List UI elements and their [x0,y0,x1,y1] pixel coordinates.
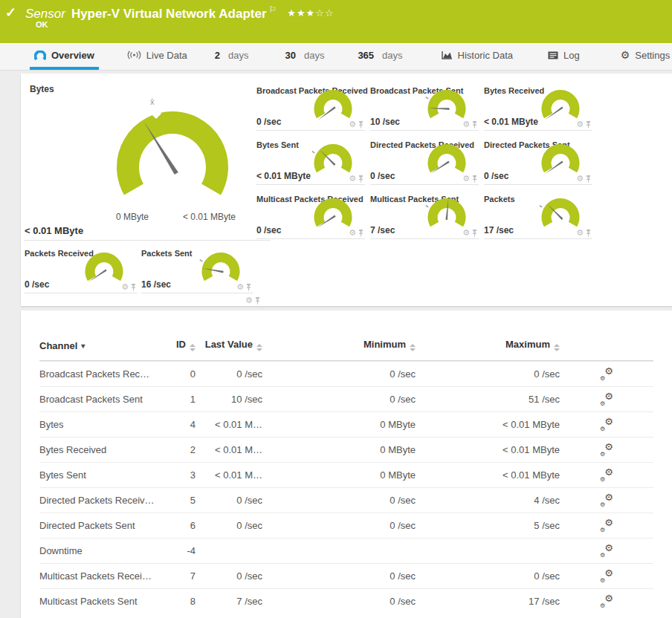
column-header-channel[interactable]: Channel▾ [39,340,166,351]
priority-stars[interactable]: ★★★☆☆ [287,7,334,19]
table-header: Channel▾ ID Last Value Minimum Maximum [39,310,653,361]
pin-icon[interactable] [585,230,592,237]
gauge-value: 10 /sec [370,117,400,127]
gauge-panel-broadcast-packets-sent: Broadcast Packets Sent 10 /sec ⚙ [370,84,479,131]
table-row[interactable]: Directed Packets Receiv… 5 0 /sec 0 /sec… [39,487,653,513]
table-row[interactable]: Directed Packets Sent 6 0 /sec 0 /sec 5 … [39,513,653,538]
tab-30-days[interactable]: 30 days [280,43,329,70]
pin-icon[interactable] [245,284,252,291]
gauge-title: Packets Sent [141,249,192,258]
main-gauge-value: < 0.01 MByte [25,225,83,236]
channel-settings-icon[interactable]: ⚙⚙ [600,393,613,406]
gauge-panel-bytes-received: Bytes Received < 0.01 MByte ⚙ [484,84,592,131]
gear-icon[interactable]: ⚙ [576,229,584,237]
gauge-value: < 0.01 MByte [256,171,311,181]
log-icon [548,51,558,59]
gear-icon[interactable]: ⚙ [462,120,470,129]
tab-historic-data[interactable]: Historic Data [437,43,517,70]
pin-icon[interactable] [585,175,592,183]
tab-log[interactable]: Log [543,43,584,70]
tab-overview[interactable]: Overview [30,43,99,70]
gauge-chart [537,88,584,124]
priority-flag-icon[interactable]: ⚐ [269,4,277,15]
table-row[interactable]: Downtime -4 ⚙⚙ [39,538,653,563]
gear-icon[interactable]: ⚙ [121,283,129,291]
table-row[interactable]: Bytes 4 < 0.01 M… 0 MByte < 0.01 MByte ⚙… [39,412,653,437]
channel-settings-icon[interactable]: ⚙⚙ [600,418,613,432]
gauge-chart [424,88,470,124]
table-row[interactable]: Broadcast Packets Sent 1 10 /sec 0 /sec … [39,386,653,412]
gear-icon[interactable]: ⚙ [576,120,584,129]
tab-settings[interactable]: ⚙ Settings [616,43,672,70]
gauge-scale-min: 0 MByte [116,212,149,222]
pin-icon[interactable] [130,284,137,291]
gear-icon[interactable]: ⚙ [576,175,584,183]
table-row[interactable]: Bytes Received 2 < 0.01 M… 0 MByte < 0.0… [39,437,653,462]
channel-settings-icon[interactable]: ⚙⚙ [600,519,613,533]
tab-2-days[interactable]: 2 days [210,43,253,70]
gauge-title: Bytes Sent [256,140,299,149]
column-header-id[interactable]: ID [166,339,196,351]
gear-icon[interactable]: ⚙ [349,175,356,183]
gear-icon[interactable]: ⚙ [236,283,244,291]
pin-icon[interactable] [471,230,478,237]
column-header-maximum[interactable]: Maximum [416,339,560,351]
column-header-last-value[interactable]: Last Value [196,339,262,351]
gauge-panel-directed-packets-received: Directed Packets Received 0 /sec ⚙ [370,138,479,185]
gauge-chart [198,251,244,287]
channel-settings-icon[interactable]: ⚙⚙ [600,494,613,507]
sensor-label: Sensor [25,7,65,21]
gauge-panel-broadcast-packets-received: Broadcast Packets Received 0 /sec ⚙ [256,84,365,131]
gear-icon[interactable]: ⚙ [462,175,470,183]
channel-settings-icon[interactable]: ⚙⚙ [600,570,613,583]
pin-icon[interactable] [358,175,364,183]
sort-desc-icon: ▾ [81,342,85,350]
channel-settings-icon[interactable]: ⚙⚙ [600,544,613,558]
gauge-value: 0 /sec [25,279,49,290]
table-row[interactable]: Multicast Packets Recei… 7 0 /sec 0 /sec… [39,563,653,588]
tab-bar: Overview Live Data 2 days 30 days 365 da… [0,43,672,71]
table-row[interactable]: Broadcast Packets Rec… 0 0 /sec 0 /sec 0… [39,361,653,386]
pin-icon[interactable] [358,230,364,237]
channel-settings-icon[interactable]: ⚙⚙ [600,595,613,608]
sensor-header: ✓ SensorHyper-V Virtual Network Adapter⚐… [0,0,672,43]
gauge-chart [81,251,127,287]
sort-icons [410,344,416,351]
status-badge: OK [36,20,48,29]
gauge-value: 0 /sec [484,171,508,181]
gauge-panel-bytes-sent: Bytes Sent < 0.01 MByte ⚙ [256,138,365,185]
ok-check-icon: ✓ [5,4,16,21]
pin-icon[interactable] [254,297,261,305]
divider [25,240,271,241]
gauge-scale-max: < 0.01 MByte [183,212,236,222]
sensor-title: Hyper-V Virtual Network Adapter [71,7,267,21]
pin-icon[interactable] [358,121,364,129]
sort-icons [554,344,560,351]
column-header-minimum[interactable]: Minimum [262,339,416,351]
channel-settings-icon[interactable]: ⚙⚙ [600,443,613,457]
main-gauge-chart: x̄ [94,96,251,221]
gear-icon[interactable]: ⚙ [349,229,356,237]
gauge-panel-packets-sent: Packets Sent 16 /sec ⚙ [141,247,253,293]
gauge-value: 16 /sec [141,279,171,290]
tab-365-days[interactable]: 365 days [353,43,407,70]
pin-icon[interactable] [585,121,592,129]
gauge-panel-directed-packets-sent: Directed Packets Sent 0 /sec ⚙ [484,138,592,185]
table-row[interactable]: Bytes Sent 3 < 0.01 M… 0 MByte < 0.01 MB… [39,462,653,487]
area-chart-icon [442,51,453,59]
main-gauge-title: Bytes [30,84,54,94]
tab-live-data[interactable]: Live Data [123,43,192,70]
channel-settings-icon[interactable]: ⚙⚙ [600,368,613,381]
channel-settings-icon[interactable]: ⚙⚙ [600,469,613,482]
gauge-chart [424,143,470,178]
gauge-title: Bytes Received [484,86,544,95]
broadcast-icon [127,51,141,59]
pin-icon[interactable] [471,175,478,183]
gauge-panel-packets-received: Packets Received 0 /sec ⚙ [25,247,138,293]
pin-icon[interactable] [471,121,478,129]
gear-icon[interactable]: ⚙ [462,229,470,237]
table-row[interactable]: Multicast Packets Sent 8 7 /sec 0 /sec 1… [39,588,653,614]
gear-icon[interactable]: ⚙ [245,296,253,305]
channel-table-panel: Channel▾ ID Last Value Minimum Maximum B… [21,310,672,618]
gear-icon[interactable]: ⚙ [349,120,356,129]
